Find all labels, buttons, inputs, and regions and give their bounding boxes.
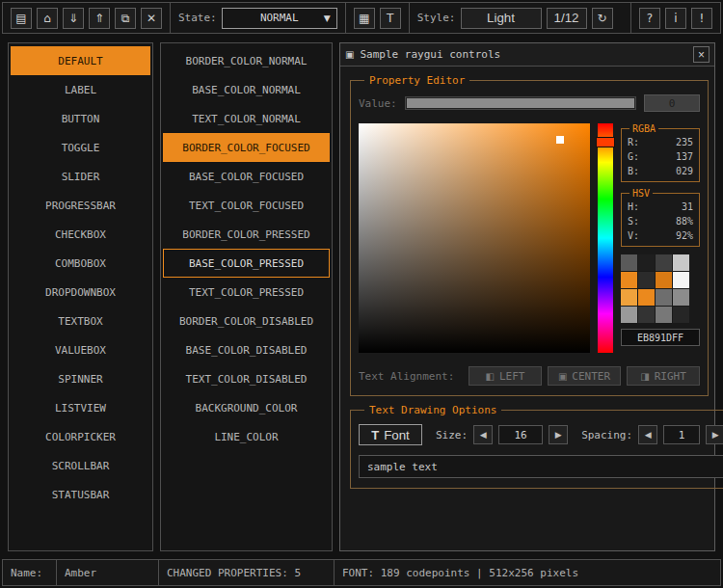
property-item[interactable]: BORDER_COLOR_NORMAL bbox=[163, 46, 330, 75]
color-swatch[interactable] bbox=[638, 272, 655, 288]
color-swatch[interactable] bbox=[656, 254, 672, 271]
control-item-textbox[interactable]: TEXTBOX bbox=[11, 307, 150, 335]
control-item-combobox[interactable]: COMBOBOX bbox=[11, 249, 150, 278]
text-view-button[interactable]: T bbox=[380, 8, 401, 29]
chevron-left-icon: ◀ bbox=[645, 430, 652, 440]
sample-text-input[interactable]: sample text bbox=[359, 455, 723, 478]
control-item-scrollbar[interactable]: SCROLLBAR bbox=[11, 451, 150, 480]
reload-icon: ↻ bbox=[597, 12, 606, 25]
color-swatch[interactable] bbox=[673, 272, 689, 288]
color-picker-cursor[interactable] bbox=[556, 136, 564, 144]
style-group: Style: Light 1/12 ↻ bbox=[410, 3, 621, 33]
size-value-box[interactable]: 16 bbox=[498, 425, 543, 444]
control-item-default[interactable]: DEFAULT bbox=[11, 46, 150, 75]
property-item[interactable]: BACKGROUND_COLOR bbox=[163, 393, 330, 422]
random-style-button[interactable]: ✕ bbox=[141, 8, 162, 29]
color-swatch[interactable] bbox=[673, 307, 689, 323]
color-swatch[interactable] bbox=[621, 254, 637, 271]
control-item-colorpicker[interactable]: COLORPICKER bbox=[11, 422, 150, 451]
color-swatch[interactable] bbox=[656, 289, 672, 306]
property-item[interactable]: BORDER_COLOR_DISABLED bbox=[163, 307, 330, 335]
hsv-row-h: H:31 bbox=[628, 200, 693, 214]
color-picker-panel[interactable] bbox=[359, 123, 590, 353]
color-swatch[interactable] bbox=[621, 272, 637, 288]
property-item[interactable]: TEXT_COLOR_NORMAL bbox=[163, 104, 330, 133]
align-left-icon: ◧ bbox=[486, 371, 495, 382]
open-file-button[interactable]: ⌂ bbox=[37, 8, 58, 29]
size-decrease-button[interactable]: ◀ bbox=[473, 425, 493, 444]
save-file-button[interactable]: ⇓ bbox=[63, 8, 84, 29]
align-center-icon: ▣ bbox=[558, 371, 567, 382]
status-font-info: FONT: 189 codepoints | 512x256 pixels bbox=[335, 560, 720, 585]
align-right-button[interactable]: ◨ RIGHT bbox=[627, 366, 700, 386]
color-swatch[interactable] bbox=[638, 289, 655, 306]
state-dropdown[interactable]: NORMAL ▼ bbox=[222, 8, 337, 29]
control-item-progressbar[interactable]: PROGRESSBAR bbox=[11, 191, 150, 220]
value-box[interactable]: 0 bbox=[644, 94, 700, 112]
value-slider[interactable] bbox=[405, 96, 636, 110]
control-item-slider[interactable]: SLIDER bbox=[11, 162, 150, 191]
property-item[interactable]: BASE_COLOR_DISABLED bbox=[163, 335, 330, 364]
rgba-row-b: B:029 bbox=[628, 164, 693, 178]
spacing-increase-button[interactable]: ▶ bbox=[706, 425, 723, 444]
color-swatch[interactable] bbox=[673, 289, 689, 306]
color-swatch[interactable] bbox=[621, 307, 637, 323]
size-increase-button[interactable]: ▶ bbox=[549, 425, 568, 444]
report-issue-button[interactable]: ! bbox=[691, 8, 712, 29]
rgba-group: RGBA R:235 G:137 B:029 bbox=[621, 123, 700, 182]
property-item[interactable]: BASE_COLOR_NORMAL bbox=[163, 75, 330, 104]
color-swatch[interactable] bbox=[656, 272, 672, 288]
close-window-button[interactable]: × bbox=[693, 46, 710, 63]
window-titlebar[interactable]: ▣ Sample raygui controls × bbox=[340, 43, 714, 67]
hue-bar[interactable] bbox=[598, 123, 613, 353]
style-name-button[interactable]: Light bbox=[461, 8, 542, 29]
spacing-decrease-button[interactable]: ◀ bbox=[638, 425, 657, 444]
channel-label: H: bbox=[628, 200, 639, 214]
grid-view-button[interactable]: ▦ bbox=[354, 8, 375, 29]
property-item-selected[interactable]: BASE_COLOR_PRESSED bbox=[163, 249, 330, 278]
color-swatch[interactable] bbox=[621, 289, 637, 306]
control-item-spinner[interactable]: SPINNER bbox=[11, 364, 150, 393]
font-button[interactable]: T Font bbox=[359, 424, 422, 445]
export-file-icon: ⇑ bbox=[94, 12, 104, 25]
control-item-statusbar[interactable]: STATUSBAR bbox=[11, 480, 150, 509]
duplicate-style-button[interactable]: ⧉ bbox=[115, 8, 136, 29]
control-item-valuebox[interactable]: VALUEBOX bbox=[11, 335, 150, 364]
spacing-value-box[interactable]: 1 bbox=[663, 425, 700, 444]
help-button[interactable]: ? bbox=[639, 8, 660, 29]
chevron-left-icon: ◀ bbox=[480, 430, 487, 440]
style-page-button[interactable]: 1/12 bbox=[547, 8, 587, 29]
align-left-button[interactable]: ◧ LEFT bbox=[469, 366, 542, 386]
color-swatch[interactable] bbox=[656, 307, 672, 323]
property-item[interactable]: BASE_COLOR_FOCUSED bbox=[163, 162, 330, 191]
reload-style-button[interactable]: ↻ bbox=[592, 8, 613, 29]
font-icon: T bbox=[371, 428, 379, 442]
hsv-group: HSV H:31 S:88% V:92% bbox=[621, 188, 700, 247]
property-item[interactable]: TEXT_COLOR_FOCUSED bbox=[163, 191, 330, 220]
property-item-focused[interactable]: BORDER_COLOR_FOCUSED bbox=[163, 133, 330, 162]
control-item-button[interactable]: BUTTON bbox=[11, 104, 150, 133]
hsv-row-v: V:92% bbox=[628, 228, 693, 243]
hex-color-input[interactable]: EB891DFF bbox=[621, 329, 700, 346]
hue-selector[interactable] bbox=[596, 137, 615, 147]
align-center-label: CENTER bbox=[572, 370, 610, 383]
align-right-icon: ◨ bbox=[640, 371, 649, 382]
control-item-checkbox[interactable]: CHECKBOX bbox=[11, 220, 150, 249]
rgba-row-r: R:235 bbox=[628, 135, 693, 149]
property-item[interactable]: BORDER_COLOR_PRESSED bbox=[163, 220, 330, 249]
property-item[interactable]: TEXT_COLOR_DISABLED bbox=[163, 364, 330, 393]
color-swatch[interactable] bbox=[638, 254, 655, 271]
control-item-listview[interactable]: LISTVIEW bbox=[11, 393, 150, 422]
control-item-label[interactable]: LABEL bbox=[11, 75, 150, 104]
new-file-button[interactable]: ▤ bbox=[11, 8, 32, 29]
info-button[interactable]: i bbox=[665, 8, 686, 29]
color-swatch[interactable] bbox=[673, 254, 689, 271]
property-item[interactable]: TEXT_COLOR_PRESSED bbox=[163, 278, 330, 307]
color-swatch[interactable] bbox=[638, 307, 655, 323]
control-item-dropdownbox[interactable]: DROPDOWNBOX bbox=[11, 278, 150, 307]
align-center-button[interactable]: ▣ CENTER bbox=[548, 366, 621, 386]
export-file-button[interactable]: ⇑ bbox=[89, 8, 110, 29]
property-item[interactable]: LINE_COLOR bbox=[163, 422, 330, 451]
alignment-button-group: ◧ LEFT ▣ CENTER ◨ RIGHT bbox=[469, 366, 700, 386]
control-item-toggle[interactable]: TOGGLE bbox=[11, 133, 150, 162]
